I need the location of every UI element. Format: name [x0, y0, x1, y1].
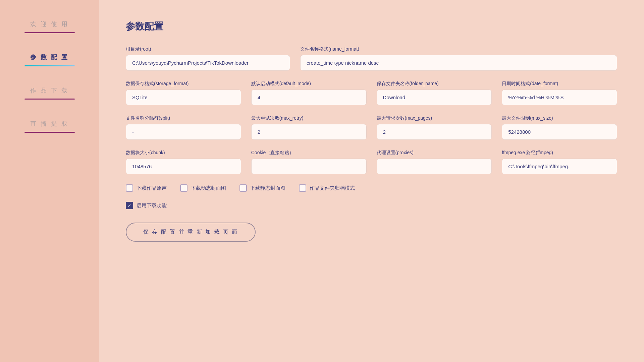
split-label: 文件名称分隔符(split) [126, 115, 241, 121]
name-format-label: 文件名称格式(name_format) [300, 46, 617, 52]
root-input[interactable] [126, 55, 290, 71]
cookie-label: Cookie（直接粘贴） [251, 150, 367, 156]
form-group-date-format: 日期时间格式(date_format) [502, 81, 617, 105]
save-button-wrapper: 保 存 配 置 并 重 新 加 载 页 面 [126, 219, 617, 242]
ffmpeg-input[interactable] [502, 159, 617, 174]
form-group-name-format: 文件名称格式(name_format) [300, 46, 617, 71]
storage-format-label: 数据保存格式(storage_format) [126, 81, 241, 87]
sidebar: 欢 迎 使 用 参 数 配 置 作 品 下 载 直 播 提 取 [0, 0, 99, 362]
form-row-4: 数据块大小(chunk) Cookie（直接粘贴） 代理设置(proxies) … [126, 150, 617, 174]
sidebar-item-params-underline [24, 65, 75, 66]
sidebar-item-works-label: 作 品 下 载 [30, 86, 69, 95]
form-group-chunk: 数据块大小(chunk) [126, 150, 241, 174]
form-row-3: 文件名称分隔符(split) 最大重试次数(max_retry) 最大请求次数(… [126, 115, 617, 140]
form-group-max-retry: 最大重试次数(max_retry) [251, 115, 367, 140]
sidebar-item-welcome-label: 欢 迎 使 用 [30, 20, 69, 28]
checkbox-enable-box[interactable] [126, 202, 133, 209]
main-content: 参数配置 根目录(root) 文件名称格式(name_format) 数据保存格… [99, 0, 644, 362]
split-input[interactable] [126, 124, 241, 140]
checkbox-static-box[interactable] [239, 184, 247, 192]
save-button[interactable]: 保 存 配 置 并 重 新 加 载 页 面 [126, 223, 256, 242]
storage-format-input[interactable] [126, 89, 241, 105]
form-group-storage-format: 数据保存格式(storage_format) [126, 81, 241, 105]
sidebar-item-works-underline [24, 99, 75, 100]
checkbox-enable[interactable]: 启用下载功能 [126, 202, 167, 209]
form-row-2: 数据保存格式(storage_format) 默认启动模式(default_mo… [126, 81, 617, 105]
form-group-cookie: Cookie（直接粘贴） [251, 150, 367, 174]
form-group-folder-name: 保存文件夹名称(folder_name) [377, 81, 492, 105]
max-retry-input[interactable] [251, 124, 367, 140]
checkbox-original[interactable]: 下载作品原声 [126, 184, 167, 192]
default-mode-input[interactable] [251, 89, 367, 105]
name-format-input[interactable] [300, 55, 617, 71]
form-group-split: 文件名称分隔符(split) [126, 115, 241, 140]
form-group-max-pages: 最大请求次数(max_pages) [377, 115, 492, 140]
root-label: 根目录(root) [126, 46, 290, 52]
cookie-input[interactable] [251, 159, 367, 174]
sidebar-item-live-label: 直 播 提 取 [30, 120, 69, 128]
checkbox-archive[interactable]: 作品文件夹归档模式 [299, 184, 355, 192]
sidebar-item-works[interactable]: 作 品 下 载 [0, 86, 99, 100]
max-pages-input[interactable] [377, 124, 492, 140]
checkbox-row-1: 下载作品原声 下载动态封面图 下载静态封面图 作品文件夹归档模式 [126, 184, 617, 192]
checkbox-static-label: 下载静态封面图 [250, 185, 285, 191]
proxies-label: 代理设置(proxies) [377, 150, 492, 156]
max-retry-label: 最大重试次数(max_retry) [251, 115, 367, 121]
checkbox-row-2: 启用下载功能 [126, 202, 617, 209]
form-group-max-size: 最大文件限制(max_size) [502, 115, 617, 140]
checkbox-enable-label: 启用下载功能 [137, 202, 167, 209]
form-group-default-mode: 默认启动模式(default_mode) [251, 81, 367, 105]
sidebar-item-live-underline [24, 132, 75, 133]
checkbox-static[interactable]: 下载静态封面图 [239, 184, 285, 192]
max-size-label: 最大文件限制(max_size) [502, 115, 617, 121]
sidebar-item-welcome-underline [24, 32, 75, 33]
default-mode-label: 默认启动模式(default_mode) [251, 81, 367, 87]
form-row-1: 根目录(root) 文件名称格式(name_format) [126, 46, 617, 71]
checkbox-dynamic-box[interactable] [180, 184, 187, 192]
ffmpeg-label: ffmpeg.exe 路径(ffmpeg) [502, 150, 617, 156]
date-format-label: 日期时间格式(date_format) [502, 81, 617, 87]
form-group-ffmpeg: ffmpeg.exe 路径(ffmpeg) [502, 150, 617, 174]
folder-name-input[interactable] [377, 89, 492, 105]
proxies-input[interactable] [377, 159, 492, 174]
date-format-input[interactable] [502, 89, 617, 105]
folder-name-label: 保存文件夹名称(folder_name) [377, 81, 492, 87]
chunk-input[interactable] [126, 159, 241, 174]
sidebar-item-params-label: 参 数 配 置 [30, 53, 69, 61]
form-group-proxies: 代理设置(proxies) [377, 150, 492, 174]
form-group-root: 根目录(root) [126, 46, 290, 71]
sidebar-item-welcome[interactable]: 欢 迎 使 用 [0, 20, 99, 33]
checkbox-dynamic[interactable]: 下载动态封面图 [180, 184, 226, 192]
form-section: 根目录(root) 文件名称格式(name_format) 数据保存格式(sto… [126, 46, 617, 242]
checkbox-original-box[interactable] [126, 184, 133, 192]
checkbox-archive-label: 作品文件夹归档模式 [310, 185, 355, 191]
page-title: 参数配置 [126, 20, 617, 33]
sidebar-item-params[interactable]: 参 数 配 置 [0, 53, 99, 66]
max-size-input[interactable] [502, 124, 617, 140]
max-pages-label: 最大请求次数(max_pages) [377, 115, 492, 121]
chunk-label: 数据块大小(chunk) [126, 150, 241, 156]
checkbox-archive-box[interactable] [299, 184, 306, 192]
sidebar-item-live[interactable]: 直 播 提 取 [0, 120, 99, 133]
checkbox-dynamic-label: 下载动态封面图 [191, 185, 226, 191]
checkbox-original-label: 下载作品原声 [137, 185, 167, 191]
